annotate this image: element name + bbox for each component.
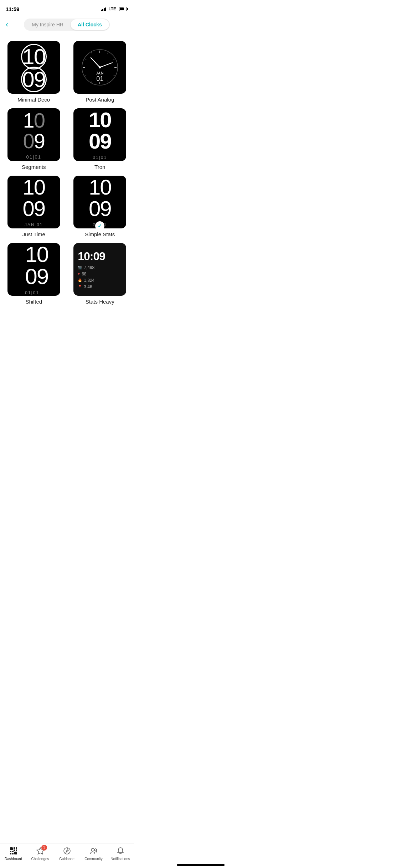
clock-item-shifted[interactable]: 10 09 01|01 Shifted	[4, 243, 63, 305]
clock-item-stats-heavy[interactable]: 10:09 📷 7,498 ♥ 68 🔥 1,824 📍	[71, 243, 130, 305]
svg-line-14	[100, 63, 112, 67]
header: ‹ My Inspire HR All Clocks	[0, 16, 134, 35]
clock-face-stats-heavy: 10:09 📷 7,498 ♥ 68 🔥 1,824 📍	[73, 243, 126, 296]
clock-item-segments[interactable]: 10 09 01|01 Segments	[4, 108, 63, 170]
status-time: 11:59	[6, 6, 19, 12]
clock-item-tron[interactable]: 10 09 01|01 Tron	[71, 108, 130, 170]
svg-line-8	[108, 81, 109, 83]
clock-item-minimal-deco[interactable]: 10 09 Minimal Deco	[4, 41, 63, 103]
clock-face-just-time: 10 09 JAN 01	[7, 176, 60, 228]
svg-line-7	[113, 75, 115, 76]
clock-label-shifted: Shifted	[25, 299, 42, 305]
battery-icon	[119, 7, 128, 11]
tab-my-inspire[interactable]: My Inspire HR	[25, 19, 71, 30]
clock-label-minimal-deco: Minimal Deco	[17, 97, 50, 103]
svg-line-12	[91, 52, 92, 54]
clock-face-shifted: 10 09 01|01	[7, 243, 60, 296]
clock-item-post-analog[interactable]: JAN 01 Post Analog	[71, 41, 130, 103]
svg-line-10	[84, 75, 86, 76]
clock-grid: 10 09 Minimal Deco	[0, 35, 134, 310]
status-bar: 11:59 LTE	[0, 0, 134, 16]
svg-line-9	[91, 81, 92, 83]
svg-line-11	[84, 59, 86, 60]
svg-line-5	[108, 52, 109, 54]
clock-label-stats-heavy: Stats Heavy	[86, 299, 114, 305]
signal-icon	[101, 7, 106, 11]
clock-face-post-analog: JAN 01	[73, 41, 126, 94]
minimal-deco-display: 10 09	[21, 42, 47, 92]
clock-face-segments: 10 09 01|01	[7, 108, 60, 161]
clock-label-segments: Segments	[22, 164, 46, 170]
clock-face-minimal-deco: 10 09	[7, 41, 60, 94]
svg-point-15	[99, 66, 101, 68]
clock-item-simple-stats[interactable]: 10 09 01|01 ✓ Simple Stats	[71, 176, 130, 237]
tab-all-clocks[interactable]: All Clocks	[71, 19, 109, 30]
svg-line-13	[91, 58, 100, 67]
clock-label-just-time: Just Time	[22, 231, 45, 237]
tab-toggle: My Inspire HR All Clocks	[24, 19, 109, 31]
lte-label: LTE	[108, 6, 116, 11]
svg-line-6	[113, 59, 115, 60]
status-icons: LTE	[101, 6, 128, 11]
clock-face-tron: 10 09 01|01	[73, 108, 126, 161]
clock-item-just-time[interactable]: 10 09 JAN 01 Just Time	[4, 176, 63, 237]
clock-face-simple-stats: 10 09 01|01 ✓	[73, 176, 126, 228]
clock-label-tron: Tron	[94, 164, 105, 170]
clock-label-post-analog: Post Analog	[86, 97, 114, 103]
clock-label-simple-stats: Simple Stats	[85, 231, 115, 237]
back-button[interactable]: ‹	[6, 21, 8, 29]
selected-badge: ✓	[95, 221, 104, 228]
